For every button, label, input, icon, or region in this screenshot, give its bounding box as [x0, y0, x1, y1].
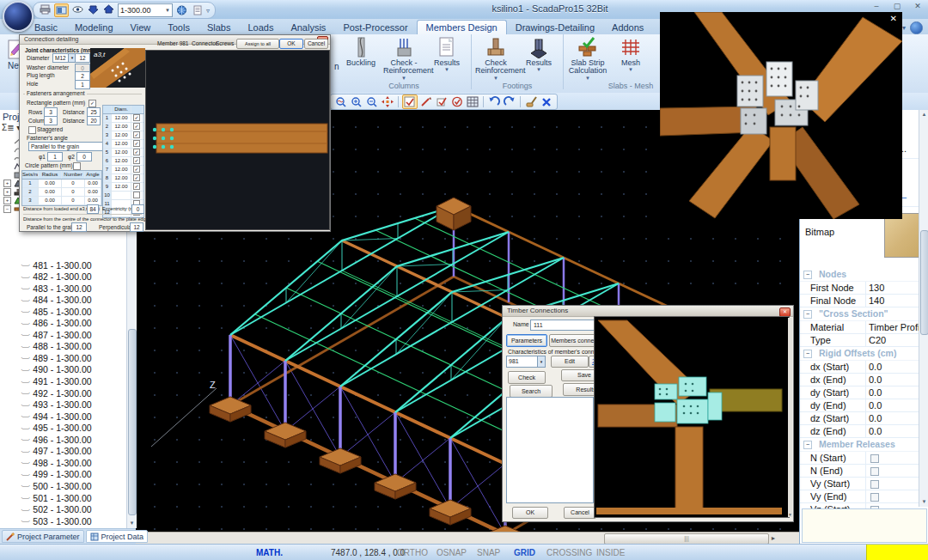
scale-combo[interactable]: 1-300.00▼	[118, 3, 173, 17]
results-button[interactable]: Results▼	[518, 36, 559, 73]
tree-member-item[interactable]: ·—·484 - 1-300.00	[21, 295, 92, 306]
status-toggle-inside[interactable]: INSIDE	[596, 548, 625, 557]
tree-member-item[interactable]: ·—·485 - 1-300.00	[21, 306, 92, 317]
properties-scroll-thumb[interactable]	[920, 230, 928, 335]
property-row[interactable]: TypeC20	[800, 334, 928, 347]
collapse-icon[interactable]: −	[803, 271, 812, 279]
globe-icon[interactable]	[175, 4, 188, 16]
zoom-out-icon[interactable]	[365, 95, 379, 108]
hole-field[interactable]: 1	[75, 80, 90, 89]
check-circle-icon[interactable]	[450, 95, 464, 108]
undo-icon[interactable]	[487, 95, 501, 108]
close-inset-icon[interactable]: ✕	[890, 14, 897, 23]
phi1-field[interactable]: 1	[47, 152, 63, 161]
expand-icon[interactable]: +	[3, 188, 11, 196]
import-arrow-icon[interactable]	[87, 3, 100, 15]
scroll-down-icon[interactable]: ▼	[919, 497, 928, 507]
property-row[interactable]: First Node130	[800, 282, 928, 295]
qat-customize-icon[interactable]: ▿	[206, 7, 210, 15]
export-arrow-icon[interactable]	[102, 3, 115, 15]
circle-pattern-table[interactable]: Sets/noRadiusNumberAngle10.0000.0020.000…	[21, 170, 102, 206]
tree-member-item[interactable]: ·—·496 - 1-300.00	[21, 434, 92, 445]
tree-member-item[interactable]: ·—·493 - 1-300.00	[21, 399, 92, 411]
redline-pen-icon[interactable]	[419, 95, 433, 108]
tree-member-item[interactable]: ·—·491 - 1-300.00	[21, 376, 92, 387]
tree-member-item[interactable]: ·—·486 - 1-300.00	[21, 318, 92, 329]
verify-check-icon[interactable]	[435, 95, 449, 108]
tree-member-item[interactable]: ·—·489 - 1-300.00	[21, 352, 92, 363]
tree-member-item[interactable]: ·—·503 - 1-300.00	[21, 515, 92, 527]
tree-member-item[interactable]: ·—·481 - 1-300.00	[21, 259, 92, 271]
eye-icon[interactable]	[71, 3, 84, 15]
tree-member-item[interactable]: ·—·492 - 1-300.00	[21, 387, 92, 399]
bitmap-thumbnail[interactable]	[884, 213, 922, 258]
notes-icon[interactable]	[191, 4, 204, 16]
scroll-up-icon[interactable]: ▲	[919, 110, 928, 119]
panel-tab-project-data[interactable]: Project Data	[86, 530, 149, 543]
staggered-checkbox[interactable]	[28, 126, 36, 134]
collapse-icon[interactable]: −	[3, 205, 11, 213]
diameter-combo[interactable]: M12▾	[52, 53, 76, 63]
check-button[interactable]: Check	[508, 371, 546, 384]
viewport-hscrollbar[interactable]: ◄ ► |||	[136, 532, 799, 545]
collapse-icon[interactable]: −	[803, 310, 812, 319]
property-row[interactable]: Final Node140	[800, 295, 928, 307]
connection-3d-inset[interactable]: ✕	[660, 12, 902, 219]
parallel-field[interactable]: 12	[71, 222, 87, 232]
diam-row-checkbox[interactable]: ✓	[133, 131, 140, 138]
redo-icon[interactable]	[503, 95, 516, 108]
eccentricity-field[interactable]: 0	[131, 204, 144, 214]
connection-preview[interactable]	[145, 50, 330, 230]
circle-pattern-checkbox[interactable]	[73, 162, 81, 170]
help-icon[interactable]	[910, 21, 923, 34]
tree-member-item[interactable]: ·—·497 - 1-300.00	[21, 446, 92, 457]
select-check-icon[interactable]	[402, 94, 418, 109]
collapse-icon[interactable]: −	[803, 441, 812, 449]
pan-icon[interactable]	[381, 95, 394, 108]
results-button[interactable]: Results▼	[426, 36, 467, 73]
mesh-button[interactable]: Mesh▼	[610, 36, 651, 73]
section-header-rigid-offsets-cm[interactable]: −Rigid Offsets (cm)	[800, 347, 928, 361]
tab-slabs[interactable]: Slabs	[198, 21, 240, 34]
tab-drawings-detailing[interactable]: Drawings-Detailing	[507, 21, 603, 34]
column-distance-field[interactable]: 20	[87, 116, 101, 125]
diameter-field[interactable]: 12	[75, 53, 90, 63]
minimize-button[interactable]: –	[870, 2, 883, 10]
edit-button[interactable]: Edit	[551, 356, 589, 368]
property-row[interactable]: dx (End)0.0	[800, 374, 928, 387]
sigma-tool-icon[interactable]: Σ≣ ▾	[2, 123, 21, 132]
section-header-nodes[interactable]: −Nodes	[800, 268, 928, 282]
property-row[interactable]: Vy (End)	[800, 490, 928, 503]
property-row[interactable]: Vy (Start)	[800, 478, 928, 490]
column-field[interactable]: 3	[44, 116, 58, 125]
diam-row-checkbox[interactable]: ✓	[133, 174, 140, 181]
ok-button[interactable]: OK	[279, 39, 303, 49]
diam-row-checkbox[interactable]: ✓	[133, 114, 140, 121]
tree-scroll-thumb[interactable]	[128, 329, 137, 515]
diam-row-checkbox[interactable]: ✓	[133, 157, 140, 164]
tree-member-item[interactable]: ·—·498 - 1-300.00	[21, 457, 92, 468]
tab-tools[interactable]: Tools	[159, 21, 198, 34]
tab-loads[interactable]: Loads	[239, 21, 282, 34]
property-row[interactable]: dy (End)0.0	[800, 399, 928, 412]
timber-connection-preview[interactable]	[594, 316, 790, 518]
tab-modeling[interactable]: Modeling	[66, 21, 122, 34]
release-checkbox[interactable]	[870, 467, 879, 476]
name-field[interactable]: 111	[530, 320, 595, 331]
tree-member-item[interactable]: ·—·495 - 1-300.00	[21, 423, 92, 434]
tree-member-item[interactable]: ·—·483 - 1-300.00	[21, 283, 92, 294]
status-toggle-crossing[interactable]: CROSSING	[546, 548, 592, 557]
property-row[interactable]: MaterialTimber Profi...	[800, 321, 928, 334]
rect-pattern-checkbox[interactable]: ✓	[89, 100, 96, 107]
assign-all-button[interactable]: Assign to all members	[236, 39, 279, 49]
member-combo[interactable]: 981▾	[506, 356, 546, 368]
zoom-in-icon[interactable]	[350, 95, 363, 108]
phi2-field[interactable]: 0	[76, 152, 92, 161]
close-button[interactable]: ✕	[911, 2, 925, 10]
tree-member-item[interactable]: ·—·488 - 1-300.00	[21, 341, 92, 352]
section-header-member-releases[interactable]: −Member Releases	[800, 438, 928, 452]
diam-row-checkbox[interactable]	[133, 192, 140, 198]
tree-member-item[interactable]: ·—·482 - 1-300.00	[21, 271, 92, 283]
status-toggle-osnap[interactable]: OSNAP	[437, 548, 467, 557]
parameters-button[interactable]: Parameters	[506, 334, 547, 347]
